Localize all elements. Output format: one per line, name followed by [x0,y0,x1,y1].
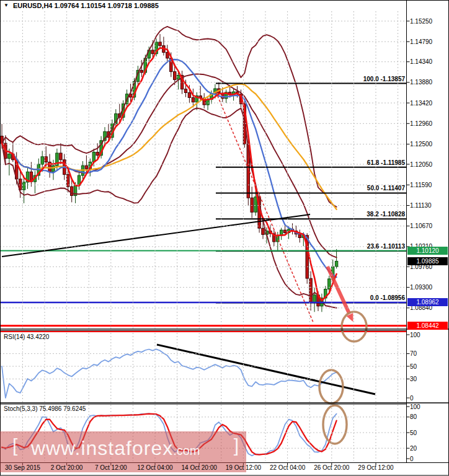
stoch-panel-label: Stoch(5,3,3) 75.4986 79.6245 [4,405,86,412]
fib-level-label: 50.0 -1.11407 [262,185,405,192]
chart-title-text: EURUSD,H4 1.09764 1.10154 1.09718 1.0988… [13,2,159,9]
price-axis-label: 1.11130 [410,202,432,209]
price-axis-label: 1.11590 [410,182,432,188]
fib-level-label: 38.2 -1.10828 [262,211,405,218]
watermark-bracket-right: ] [234,435,239,456]
fib-level-label: 23.6 -1.10113 [262,243,405,250]
stoch-axis-label: 0 [410,456,414,462]
chart-window: [ www.instaforex.com ] ▼ EURUSD,H4 1.097… [0,0,449,476]
rsi-axis-label: 50 [410,363,417,370]
price-badge: 1.09885 [407,257,448,265]
time-axis-label: 12 Oct 04:00 [133,464,177,471]
watermark-bracket-left: [ [12,435,17,456]
price-badge: 1.08962 [407,298,448,306]
chart-title: ▼ EURUSD,H4 1.09764 1.10154 1.09718 1.09… [4,2,159,9]
price-badge: 1.10120 [407,247,448,255]
rsi-axis-label: 100 [410,332,420,338]
price-axis-label: 1.13880 [410,79,432,86]
price-axis-label: 1.14340 [410,58,432,65]
rsi-axis-label: 30 [410,376,417,382]
price-axis-label: 1.09300 [410,284,432,291]
price-axis-label: 1.15250 [410,18,432,25]
time-axis-label: 29 Oct 12:00 [353,464,398,471]
time-axis-label: 26 Oct 20:00 [309,464,354,471]
fib-level-label: 61.8 -1.11985 [262,159,405,166]
fib-level-label: 0.0 -1.08956 [262,294,405,301]
symbol-dropdown-icon[interactable]: ▼ [4,2,9,8]
watermark-text: www.instaforex.com [31,437,200,460]
rsi-axis-label: 0 [410,395,414,402]
stoch-axis-label: 100 [410,403,420,410]
price-badge: 1.08442 [407,322,448,330]
time-axis-label: 19 Oct 12:00 [221,464,265,471]
price-axis-label: 1.10670 [410,223,432,229]
chart-canvas[interactable] [0,0,449,476]
rsi-axis-label: 70 [410,350,417,357]
price-axis-label: 1.13420 [410,100,432,107]
time-axis-label: 2 Oct 20:00 [45,464,89,471]
price-axis-label: 1.12050 [410,161,432,168]
watermark-suffix: .com [173,444,200,457]
time-axis-label: 22 Oct 04:00 [265,464,310,471]
price-axis-label: 1.14790 [410,38,432,45]
stoch-axis-label: 80 [410,413,417,420]
time-axis-label: 30 Sep 2015 [0,464,45,471]
price-axis-label: 1.12500 [410,141,432,148]
time-axis-label: 7 Oct 12:00 [89,464,133,471]
time-axis-label: 14 Oct 20:00 [177,464,221,471]
price-axis-label: 1.12960 [410,120,432,127]
rsi-panel-label: RSI(14) 43.4220 [4,333,49,340]
fib-level-label: 100.0 -1.13857 [262,76,405,82]
stoch-axis-label: 20 [410,445,417,452]
stoch-axis-label: 50 [410,430,417,436]
